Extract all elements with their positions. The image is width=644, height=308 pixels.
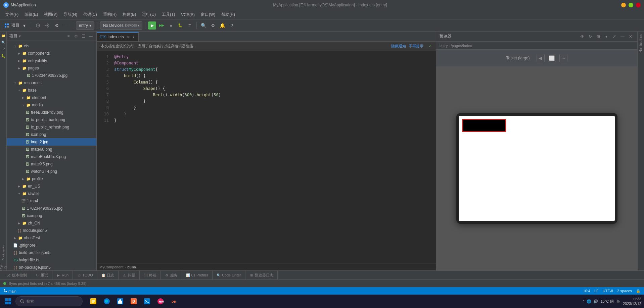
toolbar-btn-sync[interactable] xyxy=(34,21,42,30)
menu-code[interactable]: 代码(C) xyxy=(81,11,100,18)
device-nav-portrait[interactable]: ⬜ xyxy=(548,54,556,62)
toolbar-btn-gear[interactable]: ⚙ xyxy=(53,21,61,30)
toolbar-btn-notifications[interactable]: 🔔 xyxy=(218,21,226,30)
close-button[interactable] xyxy=(636,3,641,7)
taskbar-app-jetbrains[interactable]: DB xyxy=(168,295,180,307)
entry-dropdown[interactable]: entry ▾ xyxy=(76,21,94,30)
toolbar-btn-stop[interactable]: ■ xyxy=(167,21,175,30)
project-dropdown-arrow[interactable]: ▾ xyxy=(20,21,28,30)
tree-item-img-jpg[interactable]: 🖼 1702344909275.jpg xyxy=(7,72,96,79)
toolbar-btn-search[interactable]: 🔍 xyxy=(199,21,208,30)
menu-tools[interactable]: 工具(T) xyxy=(159,11,178,18)
tab-profiler[interactable]: 📊 01 Profiler xyxy=(182,271,213,279)
tab-log[interactable]: 📋 日志 xyxy=(97,271,119,279)
tab-services[interactable]: ⚙ 服务 xyxy=(161,271,182,279)
menu-run[interactable]: 运行(U) xyxy=(139,11,158,18)
menu-navigate[interactable]: 导航(N) xyxy=(61,11,80,18)
sys-tray-chevron[interactable]: ^ xyxy=(583,299,585,303)
menu-refactor[interactable]: 重构(R) xyxy=(100,11,120,18)
sidebar-icon-2[interactable]: 🔍 xyxy=(1,40,6,45)
tree-item-hvigorfile1[interactable]: TS hvigorfile.ts xyxy=(7,256,96,264)
tree-item-build-profile1[interactable]: { } build-profile.json5 xyxy=(7,249,96,256)
tree-item-freeBudsPro[interactable]: 🖼 freeBudsPro3.png xyxy=(7,109,96,116)
status-indent[interactable]: 2 spaces xyxy=(617,289,632,293)
preview-btn-minus[interactable]: — xyxy=(619,33,626,40)
tree-item-mp4[interactable]: 🎬 1.mp4 xyxy=(7,197,96,205)
menu-window[interactable]: 窗口(W) xyxy=(198,11,218,18)
sys-tray-network[interactable]: 🌐 xyxy=(587,299,591,304)
taskbar-app-store[interactable] xyxy=(114,295,126,307)
device-nav-more[interactable]: ··· xyxy=(559,54,567,62)
preview-btn-expand[interactable]: ⤢ xyxy=(611,33,618,40)
start-button[interactable] xyxy=(3,296,13,307)
tree-item-jpg2[interactable]: 🖼 1702344909275.jpg xyxy=(7,205,96,212)
minimize-button[interactable] xyxy=(621,3,626,7)
tree-item-gitignore1[interactable]: 📄 .gitignore xyxy=(7,242,96,249)
hide-notification-link[interactable]: 隐藏通知 xyxy=(391,44,406,49)
tree-item-rawfile[interactable]: ▾ 📁 rawfile xyxy=(7,190,96,197)
toolbar-btn-attach[interactable]: 🐛 xyxy=(176,21,184,30)
preview-btn-grid[interactable]: ⊞ xyxy=(595,33,602,40)
tree-item-components[interactable]: ▶ 📁 components xyxy=(7,50,96,57)
tree-item-watchGT4[interactable]: 🖼 watchGT4.png xyxy=(7,168,96,175)
editor-tab-index-ets[interactable]: ETS Index.ets ✕ ▾ xyxy=(97,32,139,41)
tab-code-linter[interactable]: 🔍 Code Linter xyxy=(213,271,245,279)
tree-item-mateX5[interactable]: 🖼 mateX5.png xyxy=(7,160,96,168)
toolbar-btn-config[interactable]: ⚙ xyxy=(209,21,217,30)
taskbar-clock[interactable]: 11:33 2023/12/12 xyxy=(623,297,641,306)
tree-item-ets[interactable]: ▾ 📁 ets xyxy=(7,42,96,50)
tree-item-ic-public-back[interactable]: 🖼 ic_public_back.png xyxy=(7,116,96,123)
tree-item-img2[interactable]: 🖼 img_2.jpg xyxy=(7,138,96,146)
tree-item-resources[interactable]: ▾ 📁 resources xyxy=(7,79,96,87)
tree-action-settings[interactable]: ☰ xyxy=(80,33,86,39)
project-icon-btn[interactable] xyxy=(3,21,11,30)
taskbar-app-ide[interactable]: ID xyxy=(128,295,140,307)
menu-view[interactable]: 视图(V) xyxy=(41,11,60,18)
sidebar-icon-4[interactable]: 🐛 xyxy=(1,53,6,58)
tree-item-zh-cn[interactable]: ▶ 📁 zh_CN xyxy=(7,219,96,227)
sidebar-left-label[interactable]: 15℃ 阴 xyxy=(1,265,6,270)
device-dropdown[interactable]: No Devices Devices ▾ xyxy=(100,21,143,30)
preview-btn-close[interactable]: ✕ xyxy=(627,33,634,40)
sys-tray-volume[interactable]: 🔊 xyxy=(593,299,598,304)
preview-btn-refresh[interactable]: ↻ xyxy=(587,33,594,40)
tree-item-icon-png[interactable]: 🖼 icon.png xyxy=(7,131,96,138)
menu-vcs[interactable]: VCS(S) xyxy=(178,11,197,18)
tree-item-module-json5[interactable]: { } module.json5 xyxy=(7,227,96,234)
sidebar-icon-3[interactable]: ⎇ xyxy=(1,46,6,52)
tree-action-close[interactable]: — xyxy=(88,33,94,39)
tree-item-entryability[interactable]: ▶ 📁 entryability xyxy=(7,57,96,64)
tab-preview-log[interactable]: 🖥 预览器日志 xyxy=(245,271,278,279)
preview-btn-dropdown[interactable]: ▾ xyxy=(603,33,610,40)
toolbar-btn-help2[interactable]: ? xyxy=(228,21,236,30)
tab-terminal[interactable]: ⬛ 终端 xyxy=(140,271,161,279)
tree-item-en-us[interactable]: ▶ 📁 en_US xyxy=(7,183,96,190)
tab-todo[interactable]: ☑ TODO xyxy=(73,271,97,279)
taskbar-app-edge[interactable] xyxy=(101,295,113,307)
tree-item-oh-package1[interactable]: { } oh-package.json5 xyxy=(7,264,96,270)
tree-item-ic-public-refresh[interactable]: 🖼 ic_public_refresh.png xyxy=(7,123,96,131)
window-controls[interactable] xyxy=(621,3,641,7)
menu-file[interactable]: 文件(F) xyxy=(3,11,21,18)
tree-item-profile[interactable]: ▶ 📁 profile xyxy=(7,175,96,183)
tab-run[interactable]: ▶ Run xyxy=(52,271,73,279)
toolbar-btn-minus[interactable]: — xyxy=(62,21,70,30)
tab-version-control[interactable]: ⎇ 版本控制 xyxy=(3,271,31,279)
notifications-label[interactable]: Notifications xyxy=(638,32,643,55)
tree-item-mateBookProX[interactable]: 🖼 mateBookProX.png xyxy=(7,153,96,160)
run-button[interactable]: ▶ xyxy=(148,21,156,30)
bookmarks-icon[interactable]: Bookmarks xyxy=(1,250,6,256)
menu-edit[interactable]: 编辑(E) xyxy=(22,11,41,18)
status-encoding[interactable]: UTF-8 xyxy=(603,289,613,293)
taskbar-app-harmony[interactable]: HW xyxy=(154,295,167,307)
tree-item-base[interactable]: ▾ 📁 base xyxy=(7,87,96,94)
tree-item-pages[interactable]: ▶ 📁 pages xyxy=(7,64,96,72)
no-remind-link[interactable]: 不再提示 xyxy=(409,44,423,49)
sys-tray-language[interactable]: 英 xyxy=(616,299,620,304)
menu-build[interactable]: 构建(B) xyxy=(120,11,139,18)
tab-problems[interactable]: ⚠ 问题 xyxy=(119,271,140,279)
toolbar-btn-settings[interactable] xyxy=(43,21,51,30)
tree-action-collapse[interactable]: ≡ xyxy=(65,33,72,39)
preview-btn-eye[interactable]: 👁 xyxy=(579,33,586,40)
tree-action-gear[interactable]: ⚙ xyxy=(73,33,79,39)
